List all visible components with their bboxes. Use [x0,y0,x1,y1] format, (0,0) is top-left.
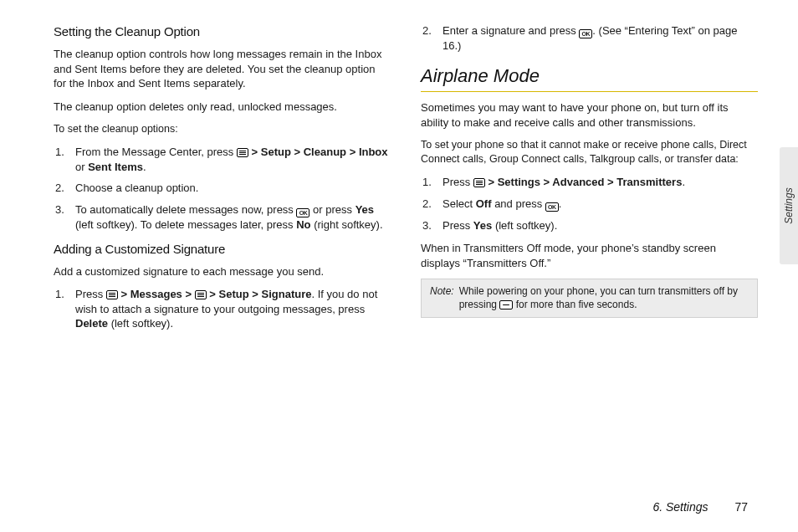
note-body: While powering on your phone, you can tu… [459,284,749,311]
step-text: and press [492,197,545,210]
menu-icon [106,290,118,299]
list-item: 3. To automatically delete messages now,… [70,202,391,233]
nav-sep: > [544,176,553,188]
nav-inbox: Inbox [359,146,388,158]
side-tab: Settings [780,147,798,264]
step-number: 1. [55,287,64,302]
signature-steps: 1. Press > Messages > > Setup > Signatur… [54,287,391,331]
note-box: Note: While powering on your phone, you … [421,279,758,317]
cleanup-desc-2: The cleanup option deletes only read, un… [54,100,391,115]
list-item: 2. Enter a signature and press OK. (See … [437,23,758,54]
step-text: or press [309,203,355,216]
footer-chapter: 6. Settings [652,500,708,514]
nav-sep: > [209,288,218,300]
step-number: 3. [422,218,432,233]
step-text: Press [75,288,106,300]
heading-airplane: Airplane Mode [421,64,758,93]
nav-cleanup: Cleanup [304,146,346,158]
step-text: (left softkey). [108,317,173,330]
step-text: Press [442,219,473,232]
step-number: 2. [55,181,64,196]
nav-sep: > [294,146,304,158]
off-label: Off [476,197,492,210]
step-text: Press [442,176,473,188]
step-text: Choose a cleanup option. [75,182,198,194]
list-item: 3. Press Yes (left softkey). [437,218,758,233]
nav-messages: Messages [130,288,182,300]
list-item: 1. From the Message Center, press > Setu… [70,145,391,174]
page-body: Setting the Cleanup Option The cleanup o… [0,0,798,348]
ok-icon: OK [545,202,559,212]
end-key-icon [499,300,513,309]
list-item: 2. Choose a cleanup option. [70,181,391,196]
yes-label: Yes [356,203,374,216]
step-text: Select [442,197,476,210]
ok-icon: OK [579,29,592,38]
signature-steps-cont: 2. Enter a signature and press OK. (See … [421,23,758,54]
step-number: 3. [55,202,64,217]
heading-cleanup: Setting the Cleanup Option [54,23,391,40]
nav-sep: > [252,146,261,158]
list-item: 1. Press > Settings > Advanced > Transmi… [437,175,758,190]
yes-label: Yes [473,219,492,232]
no-label: No [296,218,310,231]
transmitters-off-note: When in Transmitters Off mode, your phon… [421,241,758,270]
nav-setup: Setup [261,146,291,158]
step-number: 2. [422,197,432,212]
nav-sep: > [185,288,194,300]
nav-advanced: Advanced [552,176,604,188]
left-column: Setting the Cleanup Option The cleanup o… [54,23,391,340]
nav-sep: > [252,288,261,300]
note-label: Note: [430,284,454,311]
nav-sent: Sent Items [88,161,143,173]
menu-icon [195,290,207,299]
step-text: To automatically delete messages now, pr… [75,203,296,216]
step-text: (right softkey). [311,218,383,231]
signature-desc: Add a customized signature to each messa… [54,264,391,279]
delete-label: Delete [75,317,108,330]
side-tab-label: Settings [783,187,795,223]
airplane-steps: 1. Press > Settings > Advanced > Transmi… [421,175,758,233]
nav-settings: Settings [498,176,540,188]
step-text: Enter a signature and press [442,24,579,37]
cleanup-steps: 1. From the Message Center, press > Setu… [54,145,391,232]
step-text: (left softkey). [492,219,557,232]
or-text: or [75,161,88,173]
nav-transmitters: Transmitters [616,176,682,188]
dot: . [143,161,146,173]
step-text: From the Message Center, press [75,146,237,158]
nav-sep: > [607,176,616,188]
step-number: 2. [422,23,432,38]
dot: . [559,197,562,210]
list-item: 2. Select Off and press OK. [437,197,758,212]
nav-setup: Setup [219,288,249,300]
cleanup-desc-1: The cleanup option controls how long mes… [54,47,391,91]
dot: . [682,176,685,188]
menu-icon [237,148,248,157]
footer-page-number: 77 [734,500,748,514]
nav-sep: > [120,288,130,300]
page-footer: 6. Settings 77 [652,500,748,514]
nav-sep: > [350,146,359,158]
nav-sep: > [488,176,497,188]
step-number: 1. [55,145,64,160]
airplane-intro: To set your phone so that it cannot make… [421,138,758,166]
list-item: 1. Press > Messages > > Setup > Signatur… [70,287,391,331]
airplane-desc-1: Sometimes you may want to have your phon… [421,100,758,130]
menu-icon [473,178,485,187]
step-number: 1. [422,175,432,190]
heading-signature: Adding a Customized Signature [54,241,391,258]
nav-signature: Signature [262,288,312,300]
step-text: (left softkey). To delete messages later… [75,218,296,231]
cleanup-intro: To set the cleanup options: [54,122,391,136]
right-column: 2. Enter a signature and press OK. (See … [421,23,758,340]
note-text: for more than five seconds. [513,299,637,310]
ok-icon: OK [296,208,309,217]
